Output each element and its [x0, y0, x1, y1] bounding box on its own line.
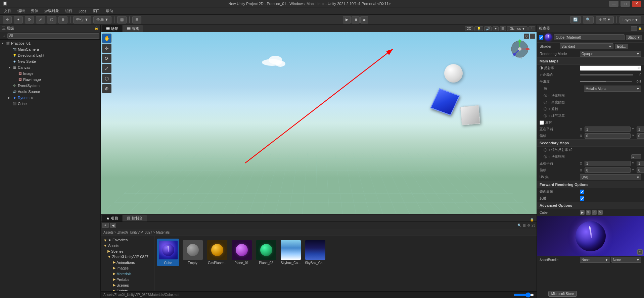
rect-scene-tool[interactable]: ⬡ — [102, 74, 111, 83]
hierarchy-item-eventsystem[interactable]: ⚙ EventSystem — [0, 83, 100, 89]
assetbundle-variant-dropdown[interactable]: None ▼ — [611, 257, 642, 263]
scene-2d-button[interactable]: 2D — [465, 26, 474, 31]
menu-component[interactable]: 组件 — [62, 8, 75, 14]
hand-scene-tool[interactable]: ✋ — [102, 34, 111, 43]
pivot-scene-tool[interactable]: ⊕ — [102, 84, 111, 93]
menu-gameobject[interactable]: 游戏对象 — [42, 8, 62, 14]
tree-scenes2[interactable]: ▶ Scenes — [101, 282, 154, 288]
step-button[interactable]: ⏭ — [360, 16, 368, 23]
transform-tool[interactable]: ⊕ — [58, 16, 67, 23]
object-active-checkbox[interactable] — [539, 35, 543, 40]
albedo-swatch[interactable]: ✏ — [580, 65, 641, 71]
rect-tool[interactable]: ⬡ — [47, 16, 56, 23]
scale-scene-tool[interactable]: ⤢ — [102, 64, 111, 73]
uv-set-dropdown[interactable]: UV0 ▼ — [580, 174, 641, 180]
metallic-slider[interactable] — [580, 74, 633, 76]
add-hierarchy-button[interactable]: + — [1, 33, 7, 39]
layout-button[interactable]: Layout ▼ — [619, 16, 641, 23]
hierarchy-item-directionallight[interactable]: 💡 Directional Light — [0, 52, 100, 58]
menu-window[interactable]: 窗口 — [90, 8, 102, 14]
adv-setting2-icon[interactable]: ✎ — [598, 210, 603, 215]
scene-light-button[interactable]: 💡 — [474, 26, 483, 31]
sec-offset-x-input[interactable] — [585, 167, 631, 173]
asset-skyboxca[interactable]: Skybox_Ca... — [280, 239, 302, 266]
sec-offset-y-input[interactable] — [637, 167, 644, 173]
preview-expand-button[interactable]: ⬡ — [637, 249, 643, 255]
grid-toggle[interactable]: ⊞ — [132, 16, 141, 23]
minimize-button[interactable]: — — [609, 1, 618, 7]
tree-scripts[interactable]: ▶ Scripts — [101, 288, 154, 291]
pivot-toggle[interactable]: 中心 ▼ — [73, 16, 91, 23]
source-dropdown[interactable]: Metallic Alpha ▼ — [584, 86, 641, 92]
move-tool[interactable]: ✦ — [14, 16, 23, 23]
pause-button[interactable]: ⏸ — [352, 16, 360, 23]
hierarchy-item-audiosource[interactable]: 🔊 Audio Source — [0, 89, 100, 95]
asset-empty[interactable]: Empty — [182, 239, 203, 266]
hierarchy-search-input[interactable] — [7, 33, 99, 39]
search-button[interactable]: 🔍 — [583, 16, 594, 23]
adv-refresh-icon[interactable]: ⟳ — [586, 210, 591, 215]
tab-game[interactable]: ☰ 游戏 — [123, 25, 143, 32]
move-scene-tool[interactable]: ✛ — [102, 44, 111, 53]
specular-checkbox[interactable] — [580, 190, 584, 194]
close-button[interactable]: ✕ — [632, 1, 641, 7]
project-lock-icon[interactable]: 🔒 — [528, 218, 535, 221]
menu-edit[interactable]: 编辑 — [15, 8, 28, 14]
rendering-mode-dropdown[interactable]: Opaque ▼ — [580, 51, 641, 57]
hand-tool[interactable]: ✛ — [3, 16, 12, 23]
hierarchy-item-practice01[interactable]: ▼ 🎬 Practice_01 — [0, 40, 100, 46]
offset-y-input[interactable] — [637, 133, 644, 139]
object-name-input[interactable] — [554, 34, 625, 40]
asset-plane01[interactable]: Plane_01 — [231, 239, 252, 266]
layers-button[interactable]: 图层 ▼ — [596, 16, 614, 23]
hierarchy-item-maincamera[interactable]: 📷 MainCamera — [0, 46, 100, 52]
sec-tiling-x-input[interactable] — [585, 161, 631, 166]
inspector-static-toggle[interactable]: Static ▼ — [626, 35, 642, 40]
albedo-eye-dropper[interactable]: ✏ — [638, 66, 640, 70]
inspector-lock-icon[interactable]: 🔒 — [638, 27, 642, 30]
white-cube-object[interactable] — [460, 105, 480, 126]
scene-gizmos-button[interactable]: Gizmos ▼ — [507, 26, 527, 31]
sec-tiling-y-input[interactable] — [637, 161, 644, 166]
scene-maximize-button[interactable]: ⬡ — [524, 34, 529, 39]
offset-x-input[interactable] — [585, 133, 631, 139]
inspector-debug-button[interactable]: ⋮ — [631, 26, 637, 31]
project-back-button[interactable]: ◀ — [110, 223, 116, 228]
shader-dropdown[interactable]: Standard ▼ — [560, 43, 613, 49]
tree-animations[interactable]: ▶ Animations — [101, 259, 154, 265]
rotate-scene-tool[interactable]: ⟳ — [102, 54, 111, 63]
scene-viewport[interactable]: ✋ ✛ ⟳ ⤢ ⬡ ⊕ — [101, 32, 537, 214]
project-add-button[interactable]: + — [102, 223, 109, 228]
hierarchy-item-cube[interactable]: ⬛ Cube — [0, 101, 100, 107]
edit-shader-button[interactable]: Edit... — [615, 44, 628, 49]
tree-scenes[interactable]: ▶ Scenes — [101, 248, 154, 254]
tiling-x-input[interactable] — [585, 127, 631, 132]
emission-checkbox[interactable] — [540, 120, 544, 125]
maximize-button[interactable]: □ — [620, 1, 630, 7]
hierarchy-item-image[interactable]: 🖼 Image — [0, 70, 100, 77]
assetbundle-dropdown[interactable]: None ▼ — [580, 257, 610, 263]
blue-cube-object[interactable] — [430, 88, 460, 115]
tab-scene[interactable]: ☰ 场景 — [102, 25, 122, 32]
tree-favorites[interactable]: ▼ ★ Favorites — [101, 237, 154, 243]
play-button[interactable]: ▶ — [343, 16, 351, 23]
menu-jobs[interactable]: Jobs — [76, 8, 89, 14]
tree-zhaounity[interactable]: ▼ ZhaoXi UnityVIP 0827 — [101, 254, 154, 259]
asset-skyboxco[interactable]: SkyBox_Co... — [304, 239, 326, 266]
scene-audio-button[interactable]: 🔊 — [484, 26, 492, 31]
tree-assets[interactable]: ▼ Assets — [101, 243, 154, 248]
scene-dots2-button[interactable]: ⋮ — [530, 34, 535, 39]
scene-more-button[interactable]: ☰ — [500, 26, 506, 31]
rotate-tool[interactable]: ⟳ — [25, 16, 34, 23]
project-settings-icon[interactable]: ⚙ — [527, 224, 530, 227]
asset-cube[interactable]: Cube — [157, 239, 179, 266]
hierarchy-item-newsprite[interactable]: ◈ New Sprite — [0, 58, 100, 64]
scene-fx-button[interactable]: ✦ — [493, 26, 499, 31]
adv-play-icon[interactable]: ▶ — [580, 210, 585, 215]
tree-prefabs[interactable]: ▶ Prefabs — [101, 277, 154, 282]
hierarchy-item-canvas[interactable]: ▼ ▦ Canvas — [0, 64, 100, 70]
asset-plane02[interactable]: Plane_02 — [255, 239, 277, 266]
scene-dots-button[interactable]: ⋮ — [528, 26, 535, 31]
tree-images[interactable]: ▶ Images — [101, 265, 154, 271]
menu-help[interactable]: 帮助 — [103, 8, 116, 14]
